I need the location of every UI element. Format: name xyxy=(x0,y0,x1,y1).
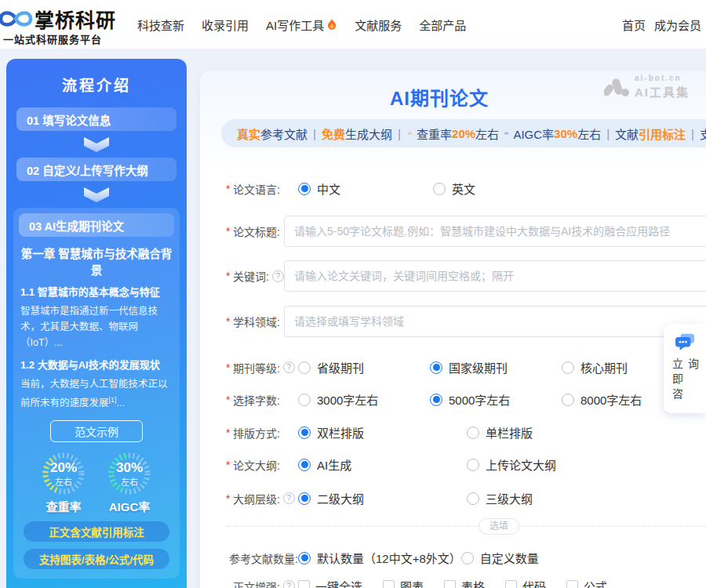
form-row-journal-level: *期刊等级:? 省级期刊 国家级期刊 核心期刊 xyxy=(226,359,706,376)
radio-option-custom-count[interactable]: 自定义数量 xyxy=(461,550,539,566)
radio-selected-icon[interactable] xyxy=(430,394,442,406)
checkbox-select-all[interactable]: 一键全选 xyxy=(298,578,362,588)
checkbox-icon[interactable] xyxy=(444,580,456,588)
nav-item-tech-check[interactable]: 科技查新 xyxy=(137,16,184,33)
arrow-down-icon xyxy=(84,187,109,202)
nav-item-become-member[interactable]: 成为会员 xyxy=(654,16,701,33)
radio-selected-icon[interactable] xyxy=(430,361,442,374)
radio-selected-icon[interactable] xyxy=(298,492,311,505)
help-icon[interactable]: ? xyxy=(283,580,295,588)
radio-icon[interactable] xyxy=(298,361,311,374)
consult-float-button[interactable]: 立即咨询 xyxy=(664,324,706,413)
radio-option-two-level[interactable]: 二级大纲 xyxy=(298,490,467,506)
field-label: 参考文献数量: xyxy=(226,550,298,566)
radio-option-english[interactable]: 英文 xyxy=(433,180,568,197)
gauge-value: 20% xyxy=(50,460,77,476)
preview-section-2-text: 当前，大数据与人工智能技术正以前所未有的速度发展[1]... xyxy=(20,376,173,411)
radio-option-chinese[interactable]: 中文 xyxy=(298,180,433,197)
infinity-logo-icon xyxy=(0,6,35,31)
process-sidebar: 流程介绍 01 填写论文信息 02 自定义/上传写作大纲 03 AI生成期刊论文… xyxy=(6,59,187,588)
field-label: 正文增强:? xyxy=(226,579,298,588)
gauge-approx: 左右 xyxy=(121,475,138,488)
feature-pill-support: 支持图表/表格/公式/代码 xyxy=(24,549,169,569)
step-3-panel: 03 AI生成期刊论文 第一章 智慧城市与技术融合背景 1.1 智慧城市的基本概… xyxy=(13,208,180,579)
right-nav: 首页 成为会员 我的 xyxy=(622,0,706,49)
radio-option-national[interactable]: 国家级期刊 xyxy=(430,359,562,376)
form-row-subject: *学科领域: xyxy=(226,306,706,337)
radio-icon[interactable] xyxy=(433,183,446,195)
watermark: ai-bot.cn AI工具集 xyxy=(604,74,690,100)
feature-infobar: 真实参考文献 | 免费生成大纲 | 查重率20%左右 AIGC率30% 左右 |… xyxy=(221,119,706,147)
field-label: *论文语言: xyxy=(226,181,298,197)
checkbox-icon[interactable] xyxy=(566,580,578,588)
preview-section-1-text: 智慧城市是指通过新一代信息技术，尤其是大数据、物联网（IoT）... xyxy=(20,303,173,350)
radio-selected-icon[interactable] xyxy=(298,552,311,564)
radio-icon[interactable] xyxy=(562,394,574,406)
nav-item-literature[interactable]: 文献服务 xyxy=(355,16,402,33)
preview-section-2-title: 1.2 大数据与AI技术的发展现状 xyxy=(20,357,173,372)
main-card: ai-bot.cn AI工具集 AI期刊论文 真实参考文献 | 免费生成大纲 |… xyxy=(200,71,706,588)
radio-option-two-column[interactable]: 双栏排版 xyxy=(298,424,467,441)
radio-icon[interactable] xyxy=(298,394,311,406)
subject-field-input[interactable] xyxy=(284,306,706,337)
checkbox-icon[interactable] xyxy=(383,580,395,588)
step-1: 01 填写论文信息 xyxy=(16,107,176,131)
checkbox-code[interactable]: 代码 xyxy=(505,578,546,588)
radio-option-one-column[interactable]: 单栏排版 xyxy=(467,424,635,441)
radio-selected-icon[interactable] xyxy=(298,459,311,471)
speedometer-icon xyxy=(408,127,412,140)
checkbox-tables[interactable]: 表格 xyxy=(444,578,485,588)
field-label: *论文标题: xyxy=(226,223,284,239)
optional-divider: 选填 xyxy=(226,518,706,534)
radio-option-three-level[interactable]: 三级大纲 xyxy=(467,490,635,506)
watermark-name: AI工具集 xyxy=(635,83,690,100)
help-icon[interactable]: ? xyxy=(283,361,295,373)
form-row-language: *论文语言: 中文 英文 xyxy=(226,180,706,197)
gauge-label: AIGC率 xyxy=(107,498,151,514)
form-row-layout: *排版方式: 双栏排版 单栏排版 xyxy=(226,424,706,441)
paper-title-input[interactable] xyxy=(284,216,706,247)
radio-selected-icon[interactable] xyxy=(298,183,311,195)
field-label: *期刊等级:? xyxy=(226,360,298,376)
radio-icon[interactable] xyxy=(562,361,574,374)
form-row-title: *论文标题: xyxy=(226,216,706,247)
help-icon[interactable]: ? xyxy=(283,492,295,504)
nav-item-ai-writing[interactable]: AI写作工具 xyxy=(266,16,337,33)
fire-icon xyxy=(326,18,337,31)
checkbox-charts[interactable]: 图表 xyxy=(383,578,424,588)
field-label: *排版方式: xyxy=(226,425,298,441)
radio-icon[interactable] xyxy=(461,552,474,564)
nav-item-home[interactable]: 首页 xyxy=(622,16,646,33)
nav-item-citation[interactable]: 收录引用 xyxy=(202,16,249,33)
checkbox-icon[interactable] xyxy=(505,580,517,588)
logo[interactable]: 掌桥科研 一站式科研服务平台 xyxy=(2,2,135,47)
radio-option-5000[interactable]: 5000字左右 xyxy=(430,391,562,408)
radio-option-ai-generate[interactable]: AI生成 xyxy=(298,456,467,473)
sample-paper-button[interactable]: 范文示例 xyxy=(50,420,143,442)
form-row-body-enhance: 正文增强:? 一键全选 图表 表格 代码 公式 xyxy=(226,578,706,588)
radio-icon[interactable] xyxy=(467,459,479,471)
help-icon[interactable]: ? xyxy=(272,270,284,282)
keywords-input[interactable] xyxy=(284,260,706,292)
step-3: 03 AI生成期刊论文 xyxy=(19,213,174,237)
paper-form: *论文语言: 中文 英文 *论文标题: *关键词:? *学科领域: *期刊 xyxy=(226,180,706,588)
nav-item-all-products[interactable]: 全部产品 xyxy=(419,16,466,33)
radio-option-3000[interactable]: 3000字左右 xyxy=(298,391,430,408)
radio-option-provincial[interactable]: 省级期刊 xyxy=(298,359,430,376)
consult-label: 立即咨询 xyxy=(669,358,701,413)
checkbox-icon[interactable] xyxy=(298,580,310,588)
radio-option-upload-outline[interactable]: 上传论文大纲 xyxy=(467,456,635,473)
nav-item-ai-writing-label: AI写作工具 xyxy=(266,16,324,33)
radio-icon[interactable] xyxy=(467,492,479,505)
watermark-site: ai-bot.cn xyxy=(635,74,690,82)
radio-selected-icon[interactable] xyxy=(298,426,311,439)
gauge-approx: 左右 xyxy=(55,475,72,488)
logo-tagline: 一站式科研服务平台 xyxy=(3,31,102,46)
step-2: 02 自定义/上传写作大纲 xyxy=(16,158,176,181)
duplicate-rate-gauge: 20% 左右 查重率 xyxy=(42,452,86,514)
radio-option-default-count[interactable]: 默认数量（12中文+8外文） xyxy=(298,550,461,566)
checkbox-formula[interactable]: 公式 xyxy=(566,578,607,588)
radio-icon[interactable] xyxy=(467,426,479,439)
gauges-row: 20% 左右 查重率 30% xyxy=(19,452,174,514)
logo-title: 掌桥科研 xyxy=(35,5,116,33)
